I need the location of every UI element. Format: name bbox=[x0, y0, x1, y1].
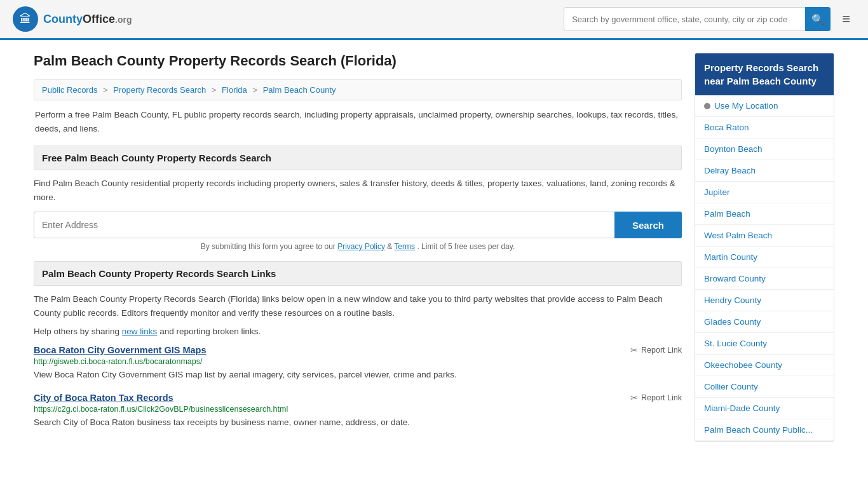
sidebar-link[interactable]: Miami-Dade County bbox=[704, 403, 780, 413]
link-item-title[interactable]: City of Boca Raton Tax Records bbox=[34, 393, 173, 403]
sidebar-item: Boynton Beach bbox=[695, 139, 834, 160]
breadcrumb: Public Records > Property Records Search… bbox=[34, 79, 682, 100]
site-header: 🏛 CountyOffice.org 🔍 ≡ bbox=[0, 0, 868, 40]
links-section: Palm Beach County Property Records Searc… bbox=[34, 261, 682, 429]
sidebar-use-location[interactable]: Use My Location bbox=[695, 95, 834, 117]
use-location-link[interactable]: Use My Location bbox=[714, 101, 778, 111]
sidebar-link[interactable]: Glades County bbox=[704, 317, 761, 327]
breadcrumb-public-records[interactable]: Public Records bbox=[42, 85, 97, 95]
sidebar-item: West Palm Beach bbox=[695, 225, 834, 247]
link-item-header: City of Boca Raton Tax Records ✂ Report … bbox=[34, 393, 682, 403]
page-description: Perform a free Palm Beach County, FL pub… bbox=[34, 108, 682, 135]
terms-link[interactable]: Terms bbox=[394, 242, 415, 251]
header-search-button[interactable]: 🔍 bbox=[805, 7, 831, 31]
report-label: Report Link bbox=[641, 346, 682, 355]
new-links-link[interactable]: new links bbox=[122, 327, 158, 336]
sidebar-link[interactable]: Martin County bbox=[704, 252, 757, 262]
share-suffix: and reporting broken links. bbox=[159, 327, 261, 336]
share-prefix: Help others by sharing bbox=[34, 327, 119, 336]
free-search-section: Free Palm Beach County Property Records … bbox=[34, 146, 682, 251]
sidebar-item: Miami-Dade County bbox=[695, 398, 834, 419]
header-search-input[interactable] bbox=[564, 7, 831, 31]
disclaimer-limit: . Limit of 5 free uses per day. bbox=[417, 242, 515, 251]
sidebar-item: Palm Beach bbox=[695, 203, 834, 225]
sidebar-item: St. Lucie County bbox=[695, 333, 834, 355]
logo-area: 🏛 CountyOffice.org bbox=[13, 6, 132, 32]
report-icon: ✂ bbox=[630, 393, 638, 403]
sidebar-item: Hendry County bbox=[695, 290, 834, 311]
link-desc: Search City of Boca Raton business tax r… bbox=[34, 416, 682, 429]
page-title: Palm Beach County Property Records Searc… bbox=[34, 53, 682, 69]
sidebar-item: Martin County bbox=[695, 247, 834, 268]
header-right: 🔍 ≡ bbox=[564, 7, 855, 31]
sidebar-item: Glades County bbox=[695, 311, 834, 333]
sidebar-item: Broward County bbox=[695, 268, 834, 290]
sidebar-link[interactable]: Boca Raton bbox=[704, 123, 749, 132]
links-description: The Palm Beach County Property Records S… bbox=[34, 292, 682, 320]
breadcrumb-florida[interactable]: Florida bbox=[222, 85, 247, 95]
free-search-description: Find Palm Beach County residential prope… bbox=[34, 177, 682, 204]
sidebar-item: Boca Raton bbox=[695, 117, 834, 139]
form-disclaimer: By submitting this form you agree to our… bbox=[34, 242, 682, 251]
main-container: Palm Beach County Property Records Searc… bbox=[21, 40, 847, 454]
link-url: http://gisweb.ci.boca-raton.fl.us/bocara… bbox=[34, 357, 682, 366]
sidebar-link[interactable]: Broward County bbox=[704, 274, 766, 283]
sidebar-link[interactable]: Hendry County bbox=[704, 295, 761, 305]
link-item: City of Boca Raton Tax Records ✂ Report … bbox=[34, 393, 682, 429]
link-item-title[interactable]: Boca Raton City Government GIS Maps bbox=[34, 345, 207, 355]
sidebar-link[interactable]: Palm Beach County Public... bbox=[704, 425, 813, 435]
sidebar-link[interactable]: Okeechobee County bbox=[704, 360, 782, 370]
sidebar-link[interactable]: Delray Beach bbox=[704, 166, 756, 175]
header-search-wrap: 🔍 bbox=[564, 7, 831, 31]
sidebar-title: Property Records Search near Palm Beach … bbox=[695, 53, 834, 95]
link-desc: View Boca Raton City Government GIS map … bbox=[34, 369, 682, 381]
breadcrumb-property-records[interactable]: Property Records Search bbox=[113, 85, 206, 95]
sidebar-item: Jupiter bbox=[695, 182, 834, 203]
sidebar-link[interactable]: Jupiter bbox=[704, 187, 730, 197]
location-icon bbox=[704, 103, 710, 109]
breadcrumb-sep-2: > bbox=[212, 85, 217, 95]
links-section-header: Palm Beach County Property Records Searc… bbox=[34, 261, 682, 286]
report-icon: ✂ bbox=[630, 345, 638, 355]
address-input[interactable] bbox=[34, 212, 614, 238]
link-item-header: Boca Raton City Government GIS Maps ✂ Re… bbox=[34, 345, 682, 355]
address-search-row: Search bbox=[34, 212, 682, 238]
logo-icon: 🏛 bbox=[13, 6, 38, 32]
privacy-policy-link[interactable]: Privacy Policy bbox=[337, 242, 385, 251]
disclaimer-text: By submitting this form you agree to our bbox=[201, 242, 336, 251]
hamburger-menu-button[interactable]: ≡ bbox=[837, 8, 855, 30]
report-label: Report Link bbox=[641, 393, 682, 402]
sidebar-link[interactable]: Palm Beach bbox=[704, 209, 750, 219]
search-button[interactable]: Search bbox=[614, 212, 682, 238]
sidebar-item-collier: Collier County bbox=[695, 376, 834, 398]
report-link-button[interactable]: ✂ Report Link bbox=[630, 393, 682, 403]
sidebar-link[interactable]: West Palm Beach bbox=[704, 231, 772, 240]
link-url: https://c2g.ci.boca-raton.fl.us/Click2Go… bbox=[34, 405, 682, 414]
sidebar-link[interactable]: St. Lucie County bbox=[704, 339, 767, 348]
sidebar-item: Delray Beach bbox=[695, 160, 834, 182]
breadcrumb-sep-3: > bbox=[252, 85, 257, 95]
breadcrumb-sep-1: > bbox=[103, 85, 108, 95]
breadcrumb-palm-beach[interactable]: Palm Beach County bbox=[263, 85, 336, 95]
share-links-text: Help others by sharing new links and rep… bbox=[34, 327, 682, 336]
logo-text: CountyOffice.org bbox=[43, 13, 132, 26]
sidebar-item: Okeechobee County bbox=[695, 355, 834, 376]
sidebar-box: Property Records Search near Palm Beach … bbox=[695, 53, 834, 442]
disclaimer-and: & bbox=[387, 242, 394, 251]
sidebar: Property Records Search near Palm Beach … bbox=[695, 53, 834, 442]
sidebar-link-collier[interactable]: Collier County bbox=[704, 382, 758, 391]
free-search-header: Free Palm Beach County Property Records … bbox=[34, 146, 682, 170]
sidebar-item: Palm Beach County Public... bbox=[695, 419, 834, 441]
report-link-button[interactable]: ✂ Report Link bbox=[630, 345, 682, 355]
link-item: Boca Raton City Government GIS Maps ✂ Re… bbox=[34, 345, 682, 381]
content-area: Palm Beach County Property Records Searc… bbox=[34, 53, 682, 442]
sidebar-link[interactable]: Boynton Beach bbox=[704, 144, 763, 154]
